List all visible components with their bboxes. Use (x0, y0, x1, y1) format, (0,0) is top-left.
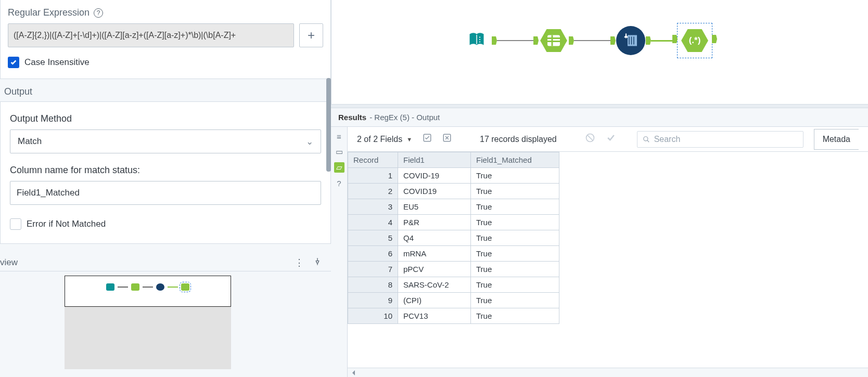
results-search[interactable]: Search (637, 131, 803, 148)
workflow-flow: (.*) (462, 23, 712, 58)
cell-record: 3 (348, 199, 398, 215)
table-row[interactable]: 1COVID-19True (348, 168, 559, 184)
search-placeholder: Search (654, 135, 681, 144)
cell-matched: True (471, 230, 559, 246)
text-input-tool[interactable] (539, 25, 569, 56)
cell-field1: COVID19 (398, 184, 471, 199)
table-row[interactable]: 2COVID19True (348, 184, 559, 199)
output-port[interactable] (492, 36, 497, 45)
fields-summary: 2 of 2 Fields (357, 135, 402, 144)
results-body: ≡ ▭ ▱ ? 2 of 2 Fields ▼ 17 records displ… (331, 127, 868, 377)
cell-matched: True (471, 168, 559, 184)
table-row[interactable]: 8SARS-CoV-2True (348, 277, 559, 293)
table-icon (540, 28, 568, 53)
overview-bar: view ⋮ (0, 254, 331, 271)
col-field1[interactable]: Field1 (398, 152, 471, 168)
error-if-not-matched-checkbox[interactable] (10, 218, 21, 230)
table-row[interactable]: 6mRNATrue (348, 246, 559, 262)
regex-card: Regular Expression ? + Case Insensitive (0, 0, 331, 79)
overview-minimap[interactable] (65, 276, 231, 307)
cell-matched: True (471, 199, 559, 215)
add-regex-button[interactable]: + (299, 23, 323, 47)
table-row[interactable]: 4P&RTrue (348, 215, 559, 230)
results-horizontal-scrollbar[interactable] (348, 368, 868, 377)
fields-dropdown[interactable]: 2 of 2 Fields ▼ (357, 135, 412, 144)
col-field1-matched[interactable]: Field1_Matched (471, 152, 559, 168)
input-port[interactable] (610, 36, 616, 45)
regex-field-label: Regular Expression ? (8, 7, 323, 18)
output-method-label: Output Method (10, 113, 321, 124)
output-port[interactable] (712, 35, 717, 43)
sparkle-icon (616, 26, 645, 55)
cell-matched: True (471, 246, 559, 262)
results-table[interactable]: Record Field1 Field1_Matched 1COVID-19Tr… (348, 152, 559, 324)
output-port[interactable] (569, 36, 574, 45)
metadata-button[interactable]: Metada (814, 129, 859, 150)
table-row[interactable]: 10PCV13True (348, 308, 559, 324)
table-row[interactable]: 7pPCVTrue (348, 262, 559, 277)
output-method-value: Match (18, 136, 42, 147)
cell-record: 9 (348, 293, 398, 308)
minimap-flow (65, 283, 231, 291)
mini-node-input (106, 283, 114, 291)
svg-point-1 (479, 39, 480, 40)
cell-record: 5 (348, 230, 398, 246)
case-insensitive-checkbox[interactable] (8, 57, 19, 68)
column-name-label: Column name for match status: (10, 165, 321, 176)
cancel-icon (585, 133, 595, 146)
regex-tool-selected[interactable]: (.*) (677, 23, 712, 58)
cell-matched: True (471, 293, 559, 308)
overview-menu-icon[interactable]: ⋮ (295, 257, 304, 268)
mini-connector (143, 287, 153, 288)
svg-point-8 (643, 136, 647, 140)
column-name-input[interactable] (10, 181, 321, 205)
col-record[interactable]: Record (348, 152, 398, 168)
workflow-canvas[interactable]: (.*) (331, 0, 868, 104)
table-row[interactable]: 5Q4True (348, 230, 559, 246)
select-columns-icon[interactable] (423, 133, 432, 145)
cell-record: 4 (348, 215, 398, 230)
input-port[interactable] (672, 35, 678, 43)
svg-point-0 (479, 36, 480, 37)
help-icon[interactable]: ? (94, 8, 103, 18)
pane-divider[interactable] (331, 104, 868, 108)
mini-node-regex (181, 283, 189, 291)
cell-matched: True (471, 308, 559, 324)
pin-icon[interactable] (313, 257, 322, 268)
table-row[interactable]: 9(CPI)True (348, 293, 559, 308)
results-gutter: ≡ ▭ ▱ ? (331, 127, 348, 377)
chevron-down-icon: ⌄ (306, 136, 313, 147)
workspace-panel: (.*) Results - RegEx (5) - Output ≡ ▭ ▱ … (331, 0, 868, 377)
gutter-list-icon[interactable]: ≡ (334, 131, 344, 141)
mini-connector (168, 287, 178, 288)
gutter-map-icon[interactable]: ▭ (334, 147, 344, 157)
table-row[interactable]: 3EU5True (348, 199, 559, 215)
output-port[interactable] (646, 36, 651, 45)
mini-node-text (131, 283, 139, 291)
svg-point-2 (479, 41, 480, 42)
results-toolbar: 2 of 2 Fields ▼ 17 records displayed (348, 127, 868, 152)
input-port[interactable] (533, 36, 539, 45)
cell-field1: P&R (398, 215, 471, 230)
input-data-tool[interactable] (462, 25, 492, 56)
connector (497, 40, 533, 41)
regex-label-text: Regular Expression (8, 7, 90, 18)
search-icon (643, 136, 650, 143)
regex-input[interactable] (8, 23, 294, 47)
output-method-select[interactable]: Match ⌄ (10, 129, 321, 153)
gutter-output-icon[interactable]: ▱ (334, 162, 344, 173)
overview-label: view (0, 257, 18, 268)
records-displayed: 17 records displayed (480, 135, 557, 144)
gutter-help-icon[interactable]: ? (334, 178, 344, 188)
data-cleanse-tool[interactable] (616, 25, 646, 56)
cell-field1: COVID-19 (398, 168, 471, 184)
overview-canvas-bg (65, 307, 231, 369)
config-panel: Regular Expression ? + Case Insensitive … (0, 0, 331, 377)
config-scrollbar[interactable] (326, 78, 331, 172)
cell-field1: (CPI) (398, 293, 471, 308)
book-icon (467, 30, 486, 51)
cell-record: 1 (348, 168, 398, 184)
clear-columns-icon[interactable] (442, 133, 452, 145)
apply-icon (606, 133, 616, 146)
output-section-title: Output (0, 79, 331, 101)
